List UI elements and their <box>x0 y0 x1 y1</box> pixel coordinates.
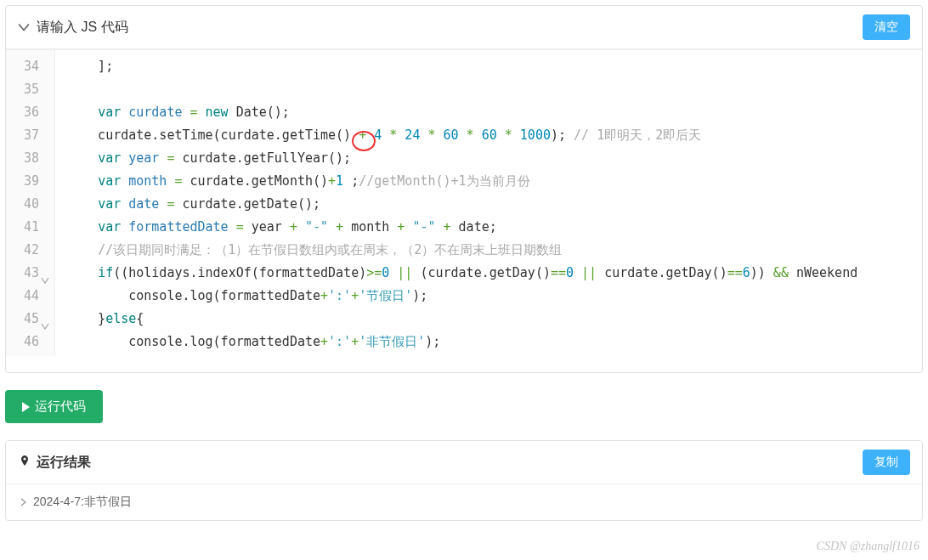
editor-scroll[interactable]: 3435363738394041424344454647 ]; var curd… <box>6 50 922 356</box>
code-line[interactable] <box>67 78 922 101</box>
line-number: 43 <box>6 262 49 285</box>
results-title-wrap: 运行结果 <box>18 454 91 472</box>
code-line[interactable]: var year = curdate.getFullYear(); <box>67 147 922 170</box>
line-number: 37 <box>6 124 49 147</box>
chevron-down-icon <box>18 21 30 33</box>
results-panel: 运行结果 复制 2024-4-7:非节假日 <box>5 440 923 521</box>
line-number: 41 <box>6 216 49 239</box>
line-number: 36 <box>6 101 49 124</box>
code-line[interactable]: if((holidays.indexOf(formattedDate)>=0 |… <box>67 262 922 285</box>
code-line[interactable]: console.log(formattedDate+':'+'非节假日'); <box>67 331 922 354</box>
results-header: 运行结果 复制 <box>6 441 922 484</box>
line-number: 40 <box>6 193 49 216</box>
code-line[interactable]: var month = curdate.getMonth()+1 ;//getM… <box>67 170 922 193</box>
fold-icon[interactable] <box>41 315 49 324</box>
chevron-right-icon <box>20 498 28 506</box>
code-editor[interactable]: 3435363738394041424344454647 ]; var curd… <box>6 49 922 372</box>
panel-toggle[interactable]: 请输入 JS 代码 <box>18 19 128 37</box>
code-line[interactable]: console.log(formattedDate+':'+'节假日'); <box>67 285 922 308</box>
line-number: 47 <box>6 354 49 356</box>
clear-button[interactable]: 清空 <box>863 14 910 40</box>
copy-button[interactable]: 复制 <box>863 450 910 475</box>
code-input-panel: 请输入 JS 代码 清空 343536373839404142434445464… <box>5 5 923 373</box>
code-line[interactable]: var curdate = new Date(); <box>67 101 922 124</box>
line-number: 39 <box>6 170 49 193</box>
pin-icon <box>18 455 31 469</box>
fold-icon[interactable] <box>41 269 49 278</box>
code-area[interactable]: ]; var curdate = new Date(); curdate.set… <box>55 50 922 356</box>
code-line[interactable]: curdate.setTime(curdate.getTime() + 4 * … <box>67 124 922 147</box>
code-line[interactable]: var formattedDate = year + "-" + month +… <box>67 216 922 239</box>
code-line[interactable]: var date = curdate.getDate(); <box>67 193 922 216</box>
line-number: 44 <box>6 285 49 308</box>
code-line[interactable] <box>67 354 922 356</box>
line-number: 34 <box>6 55 49 78</box>
run-button[interactable]: 运行代码 <box>5 390 103 423</box>
line-gutter: 3435363738394041424344454647 <box>6 50 55 356</box>
line-number: 46 <box>6 331 49 354</box>
play-icon <box>22 402 30 412</box>
line-number: 35 <box>6 78 49 101</box>
panel-title: 请输入 JS 代码 <box>37 19 128 37</box>
result-output: 2024-4-7:非节假日 <box>33 495 132 510</box>
code-panel-header: 请输入 JS 代码 清空 <box>6 6 922 49</box>
line-number: 38 <box>6 147 49 170</box>
line-number: 45 <box>6 308 49 331</box>
results-title: 运行结果 <box>37 454 91 472</box>
code-line[interactable]: }else{ <box>67 308 922 331</box>
line-number: 42 <box>6 239 49 262</box>
code-line[interactable]: ]; <box>67 55 922 78</box>
code-line[interactable]: //该日期同时满足：（1）在节假日数组内或在周末，（2）不在周末上班日期数组 <box>67 239 922 262</box>
run-label: 运行代码 <box>35 399 86 415</box>
result-row[interactable]: 2024-4-7:非节假日 <box>6 484 922 520</box>
